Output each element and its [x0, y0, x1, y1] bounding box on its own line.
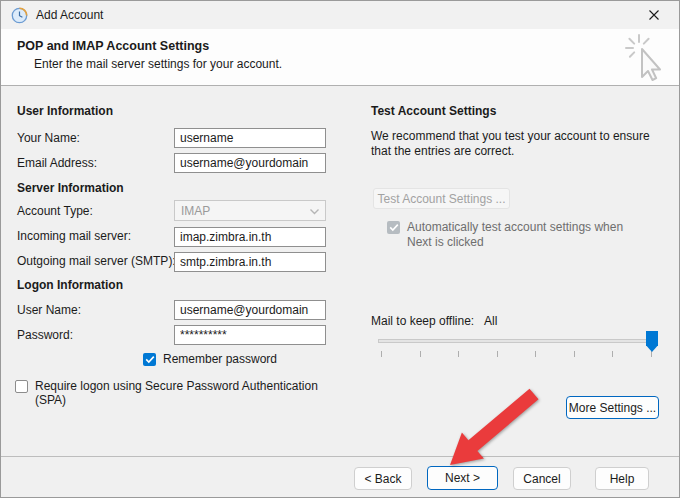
email-address-input[interactable]: [174, 153, 326, 173]
slider-tick: [612, 351, 613, 357]
your-name-input[interactable]: [174, 128, 326, 148]
close-icon: [648, 9, 660, 21]
remember-password-checkbox[interactable]: Remember password: [143, 352, 277, 366]
more-settings-button[interactable]: More Settings ...: [566, 396, 659, 419]
account-type-label: Account Type:: [17, 204, 93, 218]
mail-offline-value: All: [484, 314, 497, 328]
checkbox-box: [143, 353, 156, 366]
checkbox-box: [15, 380, 28, 393]
outgoing-mail-server-label: Outgoing mail server (SMTP):: [17, 254, 176, 268]
offline-slider-thumb[interactable]: [646, 331, 658, 352]
chevron-down-icon: [309, 206, 320, 220]
checkbox-box: [387, 221, 400, 234]
wizard-subtitle: Enter the mail server settings for your …: [34, 57, 282, 71]
test-account-settings-heading: Test Account Settings: [371, 104, 496, 118]
slider-tick: [420, 351, 421, 357]
account-type-select: IMAP: [174, 200, 326, 221]
remember-password-label: Remember password: [163, 352, 277, 366]
incoming-mail-server-label: Incoming mail server:: [17, 229, 131, 243]
email-address-label: Email Address:: [17, 156, 97, 170]
spa-checkbox[interactable]: Require logon using Secure Password Auth…: [15, 379, 331, 407]
help-button[interactable]: Help: [595, 467, 649, 490]
cursor-sparkle-icon: [621, 31, 671, 88]
section-heading-server-information: Server Information: [17, 181, 124, 195]
footer-separator: [1, 456, 679, 457]
wizard-header: POP and IMAP Account Settings Enter the …: [1, 29, 679, 86]
slider-tick: [458, 351, 459, 357]
slider-tick: [497, 351, 498, 357]
wizard-title: POP and IMAP Account Settings: [17, 39, 209, 53]
slider-tick: [651, 351, 652, 357]
add-account-icon: [11, 7, 28, 24]
test-account-settings-button: Test Account Settings ...: [373, 188, 510, 209]
outgoing-mail-server-input[interactable]: [174, 252, 326, 272]
password-input[interactable]: [174, 325, 326, 345]
spa-label: Require logon using Secure Password Auth…: [35, 379, 331, 407]
next-button[interactable]: Next >: [427, 466, 498, 490]
section-heading-user-information: User Information: [17, 104, 113, 118]
check-icon: [145, 355, 155, 364]
add-account-dialog: Add Account POP and IMAP Account Setting…: [0, 0, 680, 498]
auto-test-label: Automatically test account settings when…: [407, 220, 633, 250]
logon-user-name-label: User Name:: [17, 303, 81, 317]
password-label: Password:: [17, 328, 73, 342]
titlebar: Add Account: [1, 1, 679, 29]
logon-user-name-input[interactable]: [174, 300, 326, 320]
window-title: Add Account: [36, 8, 103, 22]
your-name-label: Your Name:: [17, 131, 80, 145]
slider-tick: [381, 351, 382, 357]
mail-offline-label: Mail to keep offline:: [371, 314, 474, 328]
incoming-mail-server-input[interactable]: [174, 227, 326, 247]
account-type-value: IMAP: [181, 204, 210, 218]
auto-test-checkbox: Automatically test account settings when…: [387, 220, 633, 250]
check-icon: [389, 223, 399, 232]
back-button[interactable]: < Back: [354, 467, 412, 490]
section-heading-logon-information: Logon Information: [17, 278, 123, 292]
slider-tick: [574, 351, 575, 357]
cancel-button[interactable]: Cancel: [513, 467, 571, 490]
close-button[interactable]: [635, 3, 673, 27]
test-account-settings-description: We recommend that you test your account …: [371, 129, 671, 159]
slider-tick: [535, 351, 536, 357]
offline-slider-track[interactable]: [378, 339, 657, 343]
